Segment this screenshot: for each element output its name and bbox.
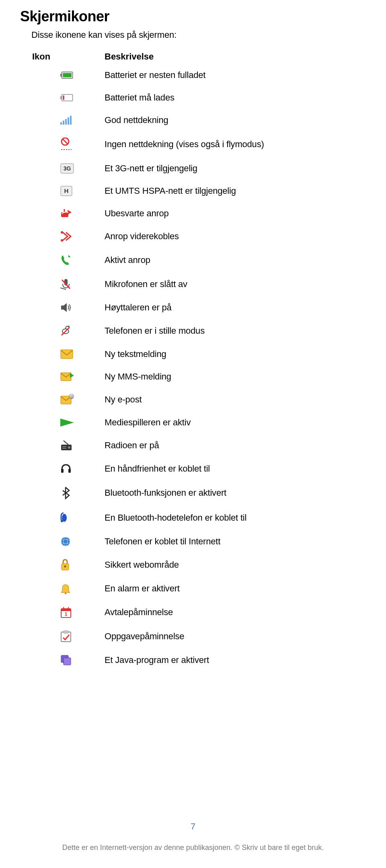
svg-marker-23 <box>68 255 71 257</box>
bluetooth-icon <box>60 486 105 499</box>
svg-point-41 <box>68 446 70 449</box>
row-description: Telefonen er koblet til Internett <box>105 536 366 547</box>
missed-call-icon <box>60 208 105 219</box>
table-row: Telefonen er koblet til Internett <box>60 536 366 547</box>
no-network-icon <box>60 137 105 151</box>
email-icon: @ <box>60 394 105 405</box>
row-description: Et UMTS HSPA-nett er tilgjengelig <box>105 186 366 196</box>
row-description: Bluetooth-funksjonen er aktivert <box>105 488 366 498</box>
table-row: Ny MMS-melding <box>60 371 366 382</box>
svg-text:1: 1 <box>65 611 68 617</box>
page-subtitle: Disse ikonene kan vises på skjermen: <box>31 30 366 40</box>
table-row: Anrop viderekobles <box>60 231 366 242</box>
table-row: 1Avtalepåminnelse <box>60 606 366 618</box>
svg-rect-32 <box>61 350 73 359</box>
radio-icon <box>60 440 105 451</box>
svg-rect-10 <box>70 116 72 125</box>
row-description: En håndfrienhet er koblet til <box>105 464 366 474</box>
svg-rect-60 <box>64 631 68 633</box>
table-row: @Ny e-post <box>60 394 366 405</box>
table-row: Radioen er på <box>60 440 366 451</box>
alarm-icon <box>60 583 105 594</box>
svg-point-21 <box>61 231 63 234</box>
svg-rect-44 <box>61 469 64 473</box>
table-row: En alarm er aktivert <box>60 583 366 594</box>
svg-rect-8 <box>65 119 67 125</box>
svg-text:H: H <box>64 187 69 194</box>
svg-rect-45 <box>68 469 71 473</box>
java-app-icon <box>60 655 105 666</box>
table-row: Bluetooth-funksjonen er aktivert <box>60 486 366 499</box>
svg-rect-5 <box>63 96 64 100</box>
battery-empty-icon <box>60 93 105 103</box>
svg-line-39 <box>64 441 68 445</box>
svg-point-48 <box>61 537 70 546</box>
svg-point-53 <box>65 593 66 594</box>
svg-rect-4 <box>60 96 62 99</box>
table-row: Høyttaleren er på <box>60 302 366 313</box>
active-call-icon <box>60 254 105 266</box>
signal-icon <box>60 115 105 125</box>
battery-full-icon <box>60 70 105 80</box>
svg-rect-59 <box>61 632 71 642</box>
svg-point-47 <box>61 520 63 522</box>
svg-point-22 <box>61 239 63 242</box>
row-description: Ny tekstmelding <box>105 349 366 359</box>
row-description: Et Java-program er aktivert <box>105 655 366 665</box>
page-number: 7 <box>0 821 386 832</box>
svg-rect-6 <box>60 122 62 125</box>
row-description: Radioen er på <box>105 440 366 451</box>
row-description: Mikrofonen er slått av <box>105 279 366 289</box>
row-description: Telefonen er i stille modus <box>105 326 366 336</box>
col-header-desc: Beskrivelse <box>105 51 366 62</box>
svg-text:3G: 3G <box>64 165 71 172</box>
footer-note: Dette er en Internett-versjon av denne p… <box>0 843 386 852</box>
row-description: Sikkert webområde <box>105 560 366 570</box>
col-header-icon: Ikon <box>32 51 105 62</box>
table-row: Ubesvarte anrop <box>60 208 366 219</box>
table-row: God nettdekning <box>60 115 366 125</box>
svg-rect-55 <box>61 609 71 611</box>
table-row: Sikkert webområde <box>60 559 366 571</box>
table-row: Ingen nettdekning (vises også i flymodus… <box>60 137 366 151</box>
svg-marker-28 <box>64 303 67 312</box>
task-reminder-icon <box>60 630 105 642</box>
row-description: Ny MMS-melding <box>105 371 366 382</box>
svg-rect-7 <box>63 121 64 125</box>
media-player-icon <box>60 419 105 427</box>
table-header: Ikon Beskrivelse <box>32 51 366 62</box>
hspa-icon: H <box>60 186 105 196</box>
sms-icon <box>60 349 105 359</box>
svg-text:@: @ <box>70 395 73 399</box>
svg-marker-34 <box>70 373 74 378</box>
bluetooth-headset-icon <box>60 511 105 524</box>
mms-icon <box>60 371 105 382</box>
row-description: Ny e-post <box>105 394 366 405</box>
table-row: Aktivt anrop <box>60 254 366 266</box>
table-row: Mikrofonen er slått av <box>60 278 366 290</box>
table-row: Batteriet er nesten fulladet <box>60 70 366 80</box>
row-description: Batteriet må lades <box>105 92 366 103</box>
table-row: Oppgavepåminnelse <box>60 630 366 642</box>
row-description: Ubesvarte anrop <box>105 208 366 219</box>
svg-rect-1 <box>60 74 62 76</box>
table-row: En håndfrienhet er koblet til <box>60 463 366 474</box>
row-description: God nettdekning <box>105 115 366 125</box>
internet-icon <box>60 536 105 547</box>
table-row: HEt UMTS HSPA-nett er tilgjengelig <box>60 186 366 196</box>
table-row: En Bluetooth-hodetelefon er koblet til <box>60 511 366 524</box>
table-row: Et Java-program er aktivert <box>60 655 366 666</box>
3g-icon: 3G <box>60 163 105 174</box>
silent-mode-icon <box>60 325 105 337</box>
row-description: En Bluetooth-hodetelefon er koblet til <box>105 513 366 523</box>
table-row: Ny tekstmelding <box>60 349 366 359</box>
calendar-reminder-icon: 1 <box>60 606 105 618</box>
row-description: Avtalepåminnelse <box>105 607 366 618</box>
row-description: Oppgavepåminnelse <box>105 631 366 642</box>
headset-icon <box>60 463 105 474</box>
row-description: Batteriet er nesten fulladet <box>105 70 366 80</box>
table-row: 3GEt 3G-nett er tilgjengelig <box>60 163 366 174</box>
row-description: Aktivt anrop <box>105 255 366 265</box>
call-forwarded-icon <box>60 231 105 242</box>
row-description: Ingen nettdekning (vises også i flymodus… <box>105 139 366 150</box>
